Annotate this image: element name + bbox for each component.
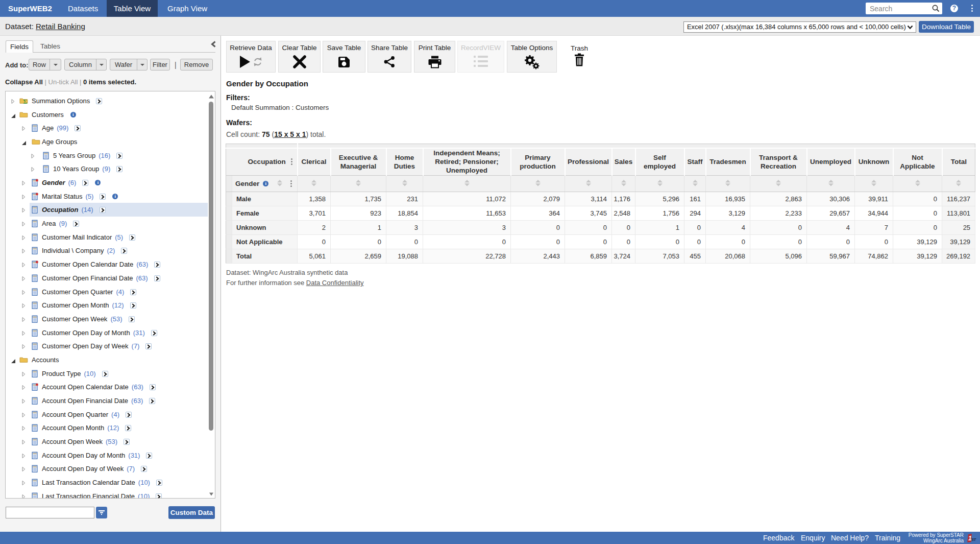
svg-text:Σ: Σ bbox=[23, 98, 27, 104]
svg-text:ST: ST bbox=[971, 538, 976, 541]
